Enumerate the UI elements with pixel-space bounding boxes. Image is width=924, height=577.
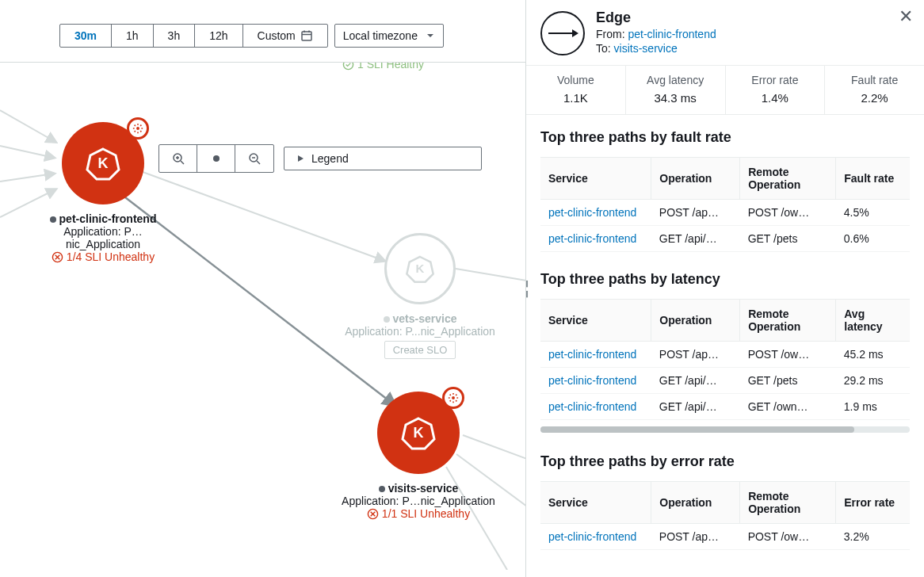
play-icon — [296, 154, 305, 163]
node-visits-service[interactable]: K visits-service Application: P…nic_Appl… — [339, 392, 498, 522]
col-operation[interactable]: Operation — [651, 300, 740, 342]
col-value[interactable]: Fault rate — [836, 158, 910, 200]
service-link[interactable]: pet-clinic-frontend — [548, 400, 636, 413]
from-link[interactable]: pet-clinic-frontend — [628, 28, 716, 40]
stat-value: 1.1K — [526, 91, 625, 105]
table-row[interactable]: pet-clinic-frontendPOST /ap…POST /ow…4.5… — [540, 200, 910, 226]
col-value[interactable]: Avg latency — [836, 300, 910, 342]
timezone-label: Local timezone — [343, 29, 418, 42]
to-link[interactable]: visits-service — [614, 42, 678, 55]
node-title: pet-clinic-frontend — [59, 212, 157, 225]
section-title: Top three paths by error rate — [540, 453, 910, 470]
sli-unhealthy-badge: 1/1 SLI Unhealthy — [367, 507, 470, 520]
edge-icon — [540, 11, 585, 55]
table-row[interactable]: pet-clinic-frontendGET /api/…GET /pets0.… — [540, 226, 910, 252]
svg-point-9 — [213, 155, 220, 162]
col-remote-operation[interactable]: Remote Operation — [740, 300, 836, 342]
service-link[interactable]: pet-clinic-frontend — [548, 206, 636, 219]
horizontal-scrollbar[interactable] — [540, 426, 910, 433]
svg-text:K: K — [416, 262, 425, 275]
zoom-out-button[interactable] — [235, 145, 273, 172]
table-row[interactable]: pet-clinic-frontendPOST /ap…POST /ow…3.2… — [540, 524, 910, 550]
panel-title: Edge — [596, 10, 716, 26]
node-title: visits-service — [388, 482, 459, 495]
stat-label: Avg latency — [626, 74, 725, 86]
service-link[interactable]: pet-clinic-frontend — [548, 374, 636, 387]
stat-label: Error rate — [726, 74, 825, 86]
gear-icon — [127, 117, 149, 139]
section-title: Top three paths by fault rate — [540, 129, 910, 146]
sli-unhealthy-badge: 1/4 SLI Unhealthy — [52, 250, 155, 263]
to-label: To: — [596, 42, 611, 55]
service-link[interactable]: pet-clinic-frontend — [548, 530, 636, 543]
col-operation[interactable]: Operation — [651, 158, 740, 200]
panel-resize-handle[interactable]: ▮▮ — [526, 278, 529, 299]
time-range-1h[interactable]: 1h — [112, 25, 154, 47]
col-operation[interactable]: Operation — [651, 482, 740, 524]
stat-value: 1.4% — [726, 91, 825, 105]
svg-text:K: K — [414, 425, 424, 441]
edge-details-panel: ▮▮ Edge From: pet-clinic-frontend To: vi… — [526, 0, 924, 577]
svg-point-4 — [343, 63, 353, 69]
kubernetes-icon: K — [84, 144, 122, 182]
section-latency: Top three paths by latency Service Opera… — [526, 257, 924, 425]
legend-label: Legend — [311, 152, 349, 165]
node-vets-service[interactable]: K vets-service Application: P...nic_Appl… — [341, 233, 499, 359]
svg-text:K: K — [98, 155, 109, 171]
edge-stats: Volume1.1K Avg latency34.3 ms Error rate… — [526, 66, 924, 115]
svg-rect-0 — [302, 32, 311, 40]
time-range-30m[interactable]: 30m — [60, 25, 112, 47]
node-subtitle: Application: P…nic_Application — [32, 225, 174, 250]
stat-label: Volume — [526, 74, 625, 86]
section-fault-rate: Top three paths by fault rate Service Op… — [526, 115, 924, 257]
service-link[interactable]: pet-clinic-frontend — [548, 232, 636, 245]
custom-range-label: Custom — [258, 29, 296, 42]
node-pet-clinic-frontend[interactable]: K pet-clinic-frontend Application: P…nic… — [32, 122, 174, 266]
col-service[interactable]: Service — [540, 158, 651, 200]
close-icon[interactable]: ✕ — [899, 8, 913, 25]
from-label: From: — [596, 28, 625, 40]
time-range-12h[interactable]: 12h — [195, 25, 242, 47]
stat-label: Fault rate — [825, 74, 924, 86]
col-service[interactable]: Service — [540, 482, 651, 524]
col-remote-operation[interactable]: Remote Operation — [740, 158, 836, 200]
node-subtitle: Application: P...nic_Application — [341, 325, 499, 338]
col-remote-operation[interactable]: Remote Operation — [740, 482, 836, 524]
timezone-select[interactable]: Local timezone — [334, 24, 444, 48]
service-map-canvas[interactable]: 1 SLI Healthy Legend — [0, 63, 525, 577]
table-row[interactable]: pet-clinic-frontendGET /api/…GET /own…1.… — [540, 394, 910, 420]
svg-point-33 — [452, 396, 455, 399]
stat-value: 2.2% — [825, 91, 924, 105]
time-toolbar: 30m 1h 3h 12h Custom Local timezone — [0, 0, 525, 63]
svg-line-11 — [257, 161, 260, 164]
zoom-controls — [158, 144, 274, 173]
create-slo-button[interactable]: Create SLO — [384, 341, 456, 359]
caret-down-icon — [426, 31, 435, 40]
time-range-3h[interactable]: 3h — [154, 25, 196, 47]
kubernetes-icon: K — [399, 414, 437, 452]
section-error-rate: Top three paths by error rate Service Op… — [526, 439, 924, 555]
sli-healthy-badge: 1 SLI Healthy — [342, 63, 424, 71]
service-link[interactable]: pet-clinic-frontend — [548, 348, 636, 361]
node-title: vets-service — [393, 312, 457, 325]
stat-value: 34.3 ms — [626, 91, 725, 105]
zoom-fit-button[interactable] — [197, 145, 235, 172]
calendar-icon — [300, 29, 313, 42]
col-service[interactable]: Service — [540, 300, 651, 342]
svg-point-25 — [136, 127, 139, 130]
table-row[interactable]: pet-clinic-frontendGET /api/…GET /pets29… — [540, 368, 910, 394]
legend-button[interactable]: Legend — [284, 147, 482, 170]
col-value[interactable]: Error rate — [836, 482, 910, 524]
svg-line-6 — [181, 161, 184, 164]
kubernetes-icon: K — [404, 253, 436, 285]
time-range-custom[interactable]: Custom — [243, 25, 327, 47]
table-row[interactable]: pet-clinic-frontendPOST /ap…POST /ow…45.… — [540, 342, 910, 368]
gear-icon — [442, 387, 464, 409]
time-range-group: 30m 1h 3h 12h Custom — [59, 24, 328, 48]
node-subtitle: Application: P…nic_Application — [339, 495, 498, 507]
section-title: Top three paths by latency — [540, 271, 910, 288]
